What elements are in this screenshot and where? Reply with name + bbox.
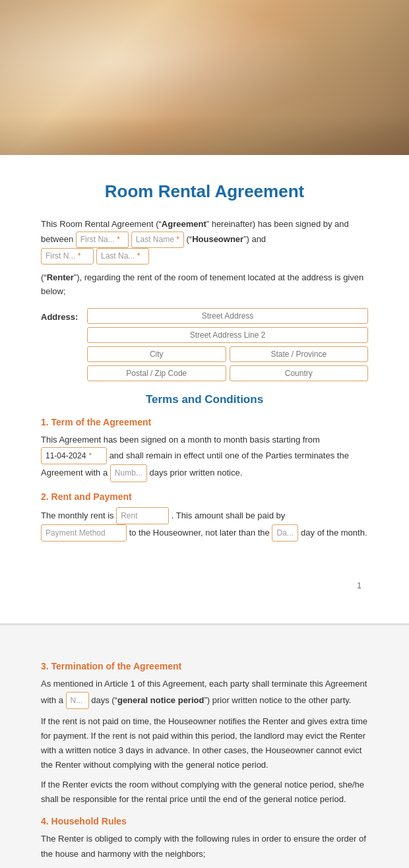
address-row-4	[87, 365, 368, 381]
address-row-3	[87, 346, 368, 362]
street-address-1[interactable]	[87, 308, 368, 324]
term3-text2: days (“	[91, 695, 117, 704]
agreement-bold: Agreement	[162, 219, 206, 229]
houseowner-bold: Houseowner	[192, 234, 243, 244]
renter-last-name[interactable]: Last Na...	[96, 248, 149, 264]
term-3-text-3: If the Renter evicts the room without co…	[41, 778, 368, 807]
renter-bold: Renter	[47, 272, 74, 282]
renter-first-name[interactable]: First N...	[41, 248, 94, 264]
term-4-text-1: The Renter is obliged to comply with the…	[41, 832, 368, 861]
houseowner-first-name[interactable]: First Na...	[76, 232, 129, 248]
houseowner-last-name[interactable]: Last Name	[131, 232, 184, 248]
term3-text3: ”) prior written notice to the other par…	[204, 695, 351, 704]
term1-text1: This Agreement has been signed on a mont…	[41, 435, 320, 445]
country-field[interactable]	[230, 365, 369, 381]
page-2: 3. Termination of the Agreement As menti…	[0, 623, 409, 868]
page-title: Room Rental Agreement	[41, 181, 368, 202]
address-fields	[87, 308, 368, 381]
address-section: Address:	[41, 308, 368, 381]
gnp-bold: general notice period	[117, 695, 204, 704]
page-number-1: 1	[41, 581, 368, 590]
term-3-text-1: As mentioned in Article 1 of this Agreem…	[41, 677, 368, 708]
term-1-heading: 1. Term of the Agreement	[41, 417, 368, 427]
term2-text2: . This amount shall be paid by	[172, 510, 285, 520]
intro-text-3: (“Houseowner”) and	[186, 234, 266, 244]
term2-text1: The monthly rent is	[41, 510, 114, 520]
intro-paragraph-2: (“Renter”), regarding the rent of the ro…	[41, 271, 368, 299]
notice-days-field[interactable]: Numb...	[110, 464, 147, 481]
term2-text3: to the Houseowner, not later than the	[129, 528, 270, 538]
day-field[interactable]: Da...	[272, 524, 298, 542]
renter-intro: (“Renter”), regarding the rent of the ro…	[41, 272, 363, 296]
term-1-text: This Agreement has been signed on a mont…	[41, 433, 368, 482]
street-address-2[interactable]	[87, 327, 368, 343]
address-row-1	[87, 308, 368, 324]
term-4-heading: 4. Household Rules	[41, 816, 368, 826]
state-field[interactable]	[230, 346, 369, 362]
start-date-field[interactable]: 11-04-2024*	[41, 447, 107, 464]
page-1: Room Rental Agreement This Room Rental A…	[0, 155, 409, 623]
address-row-2	[87, 327, 368, 343]
term1-text3: days prior written notice.	[149, 468, 242, 478]
postal-field[interactable]	[87, 365, 226, 381]
hero-image	[0, 0, 409, 155]
intro-text-1: This Room Rental Agreement (“	[41, 219, 162, 229]
intro-paragraph: This Room Rental Agreement (“Agreement” …	[41, 218, 368, 264]
term-3-heading: 3. Termination of the Agreement	[41, 661, 368, 671]
terms-conditions-title: Terms and Conditions	[41, 393, 368, 406]
rent-field[interactable]: Rent	[116, 507, 169, 524]
term-2-text: The monthly rent is Rent . This amount s…	[41, 507, 368, 542]
address-label: Address:	[41, 308, 87, 322]
term2-text4: day of the month.	[301, 528, 367, 538]
term-2-heading: 2. Rent and Payment	[41, 491, 368, 502]
term-3-text-2: If the rent is not paid on time, the Hou…	[41, 714, 368, 772]
payment-method-field[interactable]: Payment Method	[41, 524, 127, 542]
termination-notice-field[interactable]: N...	[66, 692, 89, 709]
city-field[interactable]	[87, 346, 226, 362]
